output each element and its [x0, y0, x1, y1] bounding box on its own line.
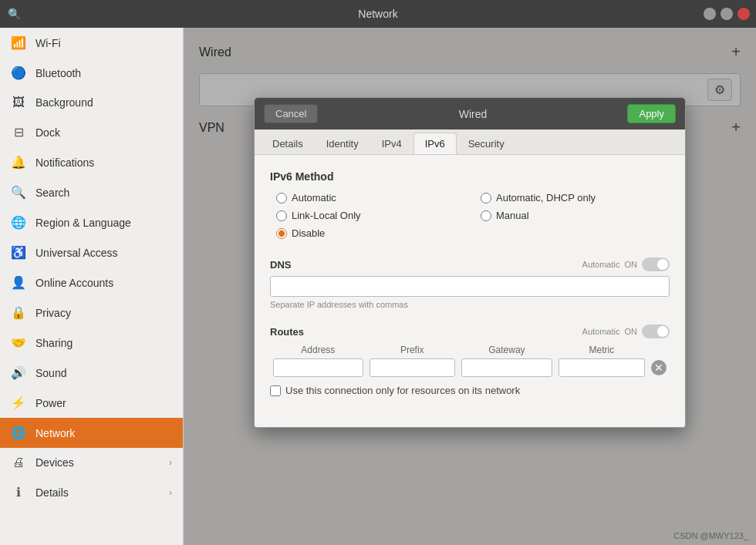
wired-dialog: Cancel Wired Apply Details Identity IPv4…	[254, 97, 686, 428]
dock-icon: ⊟	[11, 125, 26, 140]
background-icon: 🖼	[11, 96, 26, 109]
sidebar-item-notifications[interactable]: 🔔 Notifications	[0, 147, 183, 177]
route-delete-button[interactable]: ✕	[651, 360, 667, 375]
minimize-button[interactable]	[704, 8, 716, 20]
sidebar-item-wifi[interactable]: 📶 Wi-Fi	[0, 28, 183, 58]
sidebar-label-online-accounts: Online Accounts	[35, 277, 172, 289]
radio-manual[interactable]: Manual	[481, 210, 670, 221]
tab-ipv6[interactable]: IPv6	[413, 133, 457, 154]
window-title: Network	[358, 8, 397, 20]
dns-on-label: ON	[625, 260, 638, 269]
tab-identity[interactable]: Identity	[315, 133, 370, 154]
dialog-title: Wired	[459, 108, 488, 120]
sidebar-label-bluetooth: Bluetooth	[35, 67, 172, 79]
radio-manual-input[interactable]	[481, 210, 491, 221]
sidebar-item-sharing[interactable]: 🤝 Sharing	[0, 328, 183, 358]
accounts-icon: 👤	[11, 275, 26, 290]
radio-automatic-label: Automatic	[292, 192, 336, 204]
ipv6-method-section: IPv6 Method Automatic Automatic, DHCP on…	[270, 170, 670, 239]
sidebar-item-background[interactable]: 🖼 Background	[0, 88, 183, 117]
sidebar-item-privacy[interactable]: 🔒 Privacy	[0, 298, 183, 328]
radio-automatic-dhcp-input[interactable]	[481, 193, 491, 204]
routes-col-action	[648, 343, 670, 357]
region-icon: 🌐	[11, 215, 26, 230]
sidebar-item-bluetooth[interactable]: 🔵 Bluetooth	[0, 58, 183, 88]
privacy-icon: 🔒	[11, 305, 26, 320]
sidebar-item-universal[interactable]: ♿ Universal Access	[0, 237, 183, 267]
routes-col-metric: Metric	[555, 343, 648, 357]
network-icon: 🌐	[11, 426, 26, 440]
sharing-icon: 🤝	[11, 335, 26, 350]
only-resources-checkbox[interactable]	[270, 385, 281, 396]
apply-button[interactable]: Apply	[627, 104, 676, 123]
tab-details[interactable]: Details	[261, 133, 315, 154]
radio-manual-label: Manual	[496, 210, 529, 221]
sidebar-item-details[interactable]: ℹ Details ›	[0, 477, 183, 507]
details-arrow-icon: ›	[169, 487, 172, 498]
maximize-button[interactable]	[721, 8, 733, 20]
dns-hint: Separate IP addresses with commas	[270, 300, 670, 309]
routes-auto-toggle: Automatic ON	[582, 325, 670, 338]
ipv6-radio-grid: Automatic Automatic, DHCP only Link-Loca…	[276, 192, 670, 239]
sidebar-item-region[interactable]: 🌐 Region & Language	[0, 207, 183, 237]
sidebar-label-devices: Devices	[35, 456, 160, 469]
sidebar-label-wifi: Wi-Fi	[35, 37, 172, 49]
search-icon[interactable]: 🔍	[0, 8, 29, 20]
radio-link-local[interactable]: Link-Local Only	[276, 210, 465, 221]
radio-automatic-dhcp[interactable]: Automatic, DHCP only	[481, 192, 670, 204]
sidebar-label-universal: Universal Access	[35, 247, 172, 259]
route-address-input[interactable]	[273, 358, 363, 377]
devices-icon: 🖨	[11, 456, 26, 469]
main-content: Wired + ⚙ VPN + Cancel Wired Apply De	[184, 28, 756, 545]
radio-disable-label: Disable	[292, 227, 325, 239]
route-gateway-input[interactable]	[461, 358, 552, 377]
radio-disable-input[interactable]	[276, 228, 287, 239]
radio-disable[interactable]: Disable	[276, 227, 465, 239]
wifi-icon: 📶	[11, 35, 26, 50]
dns-input[interactable]	[270, 276, 670, 297]
sidebar-item-power[interactable]: ⚡ Power	[0, 388, 183, 418]
routes-table: Address Prefix Gateway Metric	[270, 343, 670, 378]
dns-toggle-switch[interactable]	[642, 257, 670, 271]
routes-toggle-switch[interactable]	[642, 325, 670, 338]
routes-label: Routes	[270, 326, 304, 338]
dns-auto-toggle: Automatic ON	[582, 257, 670, 271]
route-prefix-input[interactable]	[370, 358, 455, 377]
sidebar-label-power: Power	[35, 397, 172, 409]
routes-field-header: Routes Automatic ON	[270, 325, 670, 338]
sidebar-item-network[interactable]: 🌐 Network	[0, 418, 183, 448]
app-layout: 📶 Wi-Fi 🔵 Bluetooth 🖼 Background ⊟ Dock …	[0, 28, 756, 545]
sidebar-label-sharing: Sharing	[35, 337, 172, 349]
radio-automatic-input[interactable]	[276, 193, 287, 204]
routes-col-gateway: Gateway	[458, 343, 555, 357]
close-button[interactable]	[737, 8, 750, 20]
tab-ipv4[interactable]: IPv4	[370, 133, 413, 154]
sidebar-item-search[interactable]: 🔍 Search	[0, 177, 183, 207]
sidebar: 📶 Wi-Fi 🔵 Bluetooth 🖼 Background ⊟ Dock …	[0, 28, 184, 545]
universal-icon: ♿	[11, 245, 26, 260]
dialog-header: Cancel Wired Apply	[255, 98, 685, 130]
ipv6-method-label: IPv6 Method	[270, 170, 670, 183]
sidebar-item-devices[interactable]: 🖨 Devices ›	[0, 448, 183, 477]
radio-link-local-input[interactable]	[276, 210, 287, 221]
sidebar-item-dock[interactable]: ⊟ Dock	[0, 117, 183, 147]
sidebar-label-privacy: Privacy	[35, 307, 172, 319]
power-icon: ⚡	[11, 395, 26, 410]
dialog-overlay: Cancel Wired Apply Details Identity IPv4…	[184, 28, 756, 545]
titlebar: 🔍 Network	[0, 0, 756, 28]
sidebar-label-notifications: Notifications	[35, 156, 172, 169]
only-resources-checkbox-row[interactable]: Use this connection only for resources o…	[270, 385, 670, 396]
sidebar-label-background: Background	[35, 96, 172, 109]
table-row: ✕	[270, 357, 670, 378]
sound-icon: 🔊	[11, 365, 26, 380]
sidebar-item-sound[interactable]: 🔊 Sound	[0, 358, 183, 388]
tab-security[interactable]: Security	[457, 133, 516, 154]
route-metric-input[interactable]	[559, 358, 645, 377]
radio-automatic[interactable]: Automatic	[276, 192, 465, 204]
sidebar-label-dock: Dock	[35, 126, 172, 139]
cancel-button[interactable]: Cancel	[264, 104, 318, 123]
sidebar-item-online-accounts[interactable]: 👤 Online Accounts	[0, 267, 183, 298]
radio-automatic-dhcp-label: Automatic, DHCP only	[496, 192, 596, 204]
dns-field-header: DNS Automatic ON	[270, 257, 670, 271]
dns-label: DNS	[270, 259, 291, 271]
